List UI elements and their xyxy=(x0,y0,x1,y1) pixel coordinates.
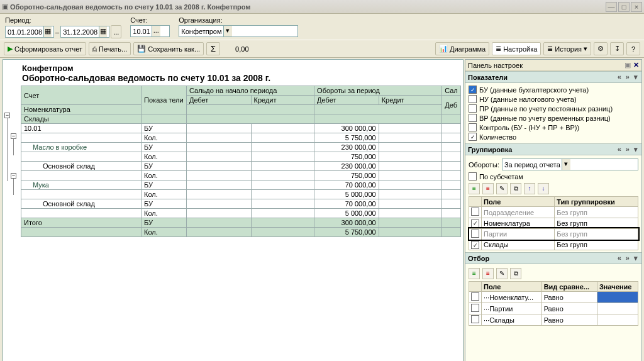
org-input[interactable]: Конфетпром▾ xyxy=(179,25,298,37)
action-button[interactable]: ↧ xyxy=(610,42,624,55)
settings-panel: Панель настроек ▣ ✕ Показатели « » ▾ ✓БУ… xyxy=(465,59,642,361)
delete-button[interactable]: ≡ xyxy=(482,183,494,194)
list-icon: ≣ xyxy=(496,45,501,53)
filter-checkbox[interactable] xyxy=(471,292,479,301)
row-name xyxy=(21,152,142,162)
print-button[interactable]: ⎙Печать... xyxy=(89,42,131,55)
total-label: Итого xyxy=(21,218,142,228)
date-from-input[interactable]: 01.01.2008▦ xyxy=(5,26,54,38)
group-checkbox[interactable]: ✓ xyxy=(471,219,479,228)
filter-checkbox[interactable] xyxy=(471,304,479,312)
calendar-icon[interactable]: ▦ xyxy=(99,26,107,37)
group-toolbar: ≡ ≡ ✎ ⧉ ↑ ↓ xyxy=(469,181,638,196)
save-button[interactable]: 💾Сохранить как... xyxy=(133,42,204,55)
indicator-checkbox[interactable] xyxy=(469,123,477,131)
row-name: 10.01 xyxy=(21,124,142,133)
row-name xyxy=(21,209,142,218)
filter-bar: Период: 01.01.2008▦ – 31.12.2008▦ ... Сч… xyxy=(0,14,644,40)
chevron-down-icon: ▾ xyxy=(584,45,587,53)
date-to-input[interactable]: 31.12.2008▦ xyxy=(60,26,109,38)
col-debit: Дебет xyxy=(186,96,251,105)
col-credit: Кредит xyxy=(251,96,314,105)
dropdown-icon[interactable]: ▾ xyxy=(223,26,232,36)
subaccounts-label: По субсчетам xyxy=(479,173,523,181)
delete-button[interactable]: ≡ xyxy=(482,268,494,279)
col-account: Счет xyxy=(21,86,142,105)
section-filter-header[interactable]: Отбор « » ▾ xyxy=(465,252,641,264)
group-grid[interactable]: ПолеТип группировки ПодразделениеБез гру… xyxy=(469,196,638,250)
col-stores: Склады xyxy=(21,114,142,124)
maximize-button[interactable]: □ xyxy=(618,2,630,12)
sum-value: 0,00 xyxy=(223,45,261,53)
calendar-icon[interactable]: ▦ xyxy=(43,26,52,37)
copy-button[interactable]: ⧉ xyxy=(510,268,521,279)
tree-collapse-button[interactable]: − xyxy=(11,173,16,179)
history-button[interactable]: ≣История▾ xyxy=(543,42,591,55)
indicator-label: НУ (данные налогового учета) xyxy=(479,96,577,103)
app-icon: ▣ xyxy=(2,3,8,11)
section-pokazateli-header[interactable]: Показатели « » ▾ xyxy=(465,71,641,83)
settings-button[interactable]: ≣Настройка xyxy=(492,42,541,55)
period-group: Период: 01.01.2008▦ – 31.12.2008▦ ... xyxy=(5,16,121,38)
indicator-label: Контроль (БУ - (НУ + ПР + ВР)) xyxy=(479,124,579,131)
expand-icon[interactable]: « » ▾ xyxy=(618,145,639,153)
row-name: Масло в коробке xyxy=(21,143,142,152)
diagram-button[interactable]: 📊Диаграмма xyxy=(435,42,489,55)
panel-options-icon[interactable]: ▣ xyxy=(625,61,631,69)
filter-toolbar: ≡ ≡ ✎ ⧉ xyxy=(469,266,638,281)
run-report-button[interactable]: ▶Сформировать отчет xyxy=(4,42,86,55)
section-group-header[interactable]: Группировка « » ▾ xyxy=(465,143,641,155)
group-checkbox[interactable] xyxy=(471,230,479,238)
filter-grid[interactable]: ПолеВид сравне...Значение ···Номенклату.… xyxy=(469,281,638,326)
filter-checkbox[interactable] xyxy=(471,315,479,323)
period-select-button[interactable]: ... xyxy=(111,25,121,38)
tree-collapse-button[interactable]: − xyxy=(4,113,10,118)
edit-button[interactable]: ✎ xyxy=(496,183,508,194)
indicator-checkbox[interactable] xyxy=(469,95,477,103)
add-button[interactable]: ≡ xyxy=(469,268,480,279)
report-area[interactable]: − − − Конфетпром Оборотно-сальдовая ведо… xyxy=(3,59,464,361)
printer-icon: ⎙ xyxy=(92,45,97,53)
indicator-label: ПР (данные по учету постоянных разниц) xyxy=(479,105,613,113)
tree-gutter: − − − xyxy=(3,113,21,226)
window-title: Оборотно-сальдовая ведомость по счету 10… xyxy=(8,3,604,11)
edit-button[interactable]: ✎ xyxy=(496,268,508,279)
row-name: Основной склад xyxy=(21,162,142,171)
expand-icon[interactable]: « » ▾ xyxy=(618,254,639,262)
move-down-button[interactable]: ↓ xyxy=(538,183,549,194)
copy-button[interactable]: ⧉ xyxy=(510,183,521,194)
indicator-checkbox[interactable]: ✓ xyxy=(469,133,477,141)
panel-close-button[interactable]: ✕ xyxy=(633,61,639,69)
options-button[interactable]: ⚙ xyxy=(594,42,608,55)
subaccounts-checkbox[interactable] xyxy=(469,172,477,181)
indicator-checkbox[interactable] xyxy=(469,104,477,113)
add-button[interactable]: ≡ xyxy=(469,183,480,194)
row-name xyxy=(21,133,142,143)
account-input[interactable]: 10.01... xyxy=(130,25,170,37)
titlebar: ▣ Оборотно-сальдовая ведомость по счету … xyxy=(0,0,644,14)
sum-button[interactable]: Σ xyxy=(206,42,220,55)
col-credit: Кредит xyxy=(379,96,442,105)
row-name: Основной склад xyxy=(21,199,142,209)
col-debit: Дебет xyxy=(314,96,379,105)
expand-icon[interactable]: « » ▾ xyxy=(618,73,639,81)
turnovers-select[interactable]: За период отчета▾ xyxy=(502,158,638,170)
group-checkbox[interactable] xyxy=(471,208,479,216)
close-button[interactable]: × xyxy=(631,2,642,12)
row-name xyxy=(21,171,142,181)
play-icon: ▶ xyxy=(8,45,13,53)
move-up-button[interactable]: ↑ xyxy=(524,183,535,194)
tree-collapse-button[interactable]: − xyxy=(11,133,16,139)
help-button[interactable]: ? xyxy=(626,42,640,55)
col-indicators: Показа тели xyxy=(142,86,187,114)
minimize-button[interactable]: — xyxy=(606,2,617,12)
dropdown-icon[interactable]: ▾ xyxy=(562,159,570,170)
indicator-checkbox[interactable]: ✓ xyxy=(469,86,477,94)
row-name xyxy=(21,190,142,199)
indicator-label: ВР (данные по учету временных разниц) xyxy=(479,114,611,122)
chart-icon: 📊 xyxy=(439,45,448,53)
indicator-checkbox[interactable] xyxy=(469,114,477,122)
group-checkbox[interactable]: ✓ xyxy=(471,241,479,249)
dropdown-icon[interactable]: ... xyxy=(152,26,160,36)
account-label: Счет: xyxy=(130,16,170,24)
